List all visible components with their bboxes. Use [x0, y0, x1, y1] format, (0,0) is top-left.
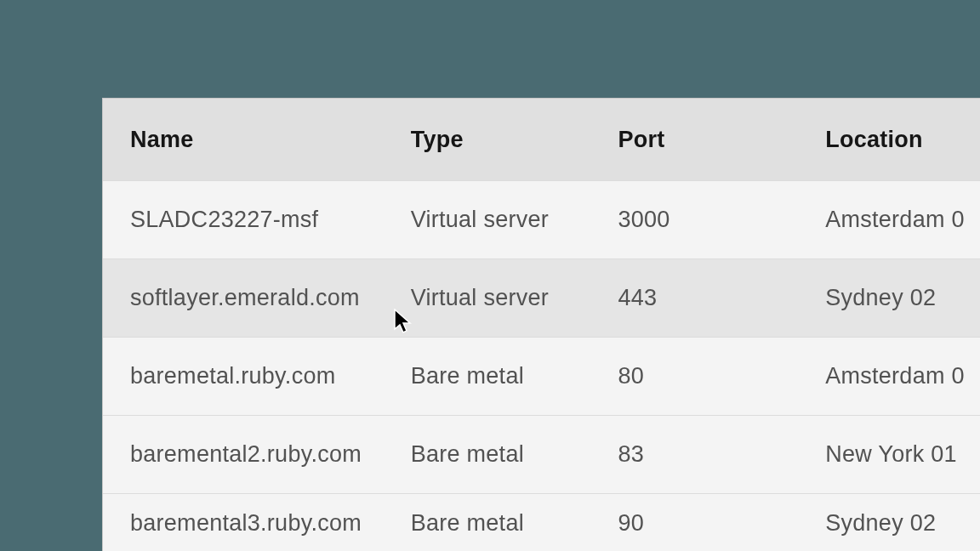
cell-name: baremetal.ruby.com [103, 363, 411, 389]
cell-port: 90 [618, 510, 825, 537]
cell-name: SLADC23227-msf [103, 207, 411, 233]
table-row[interactable]: SLADC23227-msf Virtual server 3000 Amste… [103, 180, 980, 258]
cell-location: Amsterdam 0 [825, 207, 980, 233]
cell-name: softlayer.emerald.com [103, 285, 411, 311]
table-row[interactable]: baremental2.ruby.com Bare metal 83 New Y… [103, 415, 980, 493]
cell-location: Amsterdam 0 [825, 363, 980, 389]
cell-location: New York 01 [825, 441, 980, 468]
cell-type: Virtual server [411, 285, 618, 311]
table-header-row: Name Type Port Location [103, 99, 980, 180]
cell-type: Bare metal [411, 441, 618, 468]
cell-name: baremental3.ruby.com [103, 510, 411, 537]
cell-location: Sydney 02 [825, 510, 980, 537]
cell-port: 3000 [618, 207, 825, 233]
cell-type: Virtual server [411, 207, 618, 233]
cell-port: 443 [618, 285, 825, 311]
table-row[interactable]: baremental3.ruby.com Bare metal 90 Sydne… [103, 493, 980, 551]
server-table: Name Type Port Location SLADC23227-msf V… [102, 98, 980, 551]
cell-location: Sydney 02 [825, 285, 980, 311]
cell-port: 80 [618, 363, 825, 389]
table-row[interactable]: baremetal.ruby.com Bare metal 80 Amsterd… [103, 337, 980, 415]
column-header-location[interactable]: Location [825, 127, 980, 153]
cell-type: Bare metal [411, 363, 618, 389]
column-header-port[interactable]: Port [618, 127, 825, 153]
cell-port: 83 [618, 441, 825, 468]
cell-type: Bare metal [411, 510, 618, 537]
column-header-type[interactable]: Type [411, 127, 618, 153]
table-row[interactable]: softlayer.emerald.com Virtual server 443… [103, 258, 980, 337]
cell-name: baremental2.ruby.com [103, 441, 411, 468]
column-header-name[interactable]: Name [103, 127, 411, 153]
